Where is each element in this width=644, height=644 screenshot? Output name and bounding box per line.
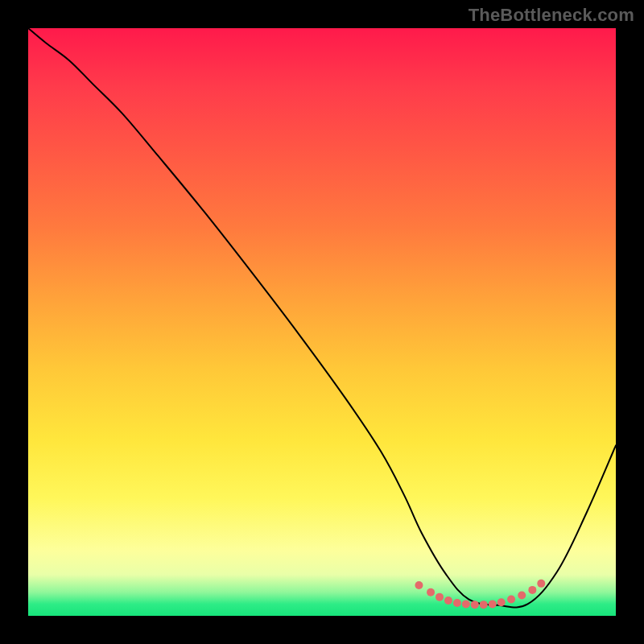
scatter-dot (444, 597, 452, 605)
chart-container: TheBottleneck.com (0, 0, 644, 644)
scatter-dot (507, 596, 515, 604)
curve-path (28, 28, 616, 607)
scatter-dot (427, 588, 435, 597)
scatter-dot (497, 598, 506, 606)
scatter-dot (480, 601, 488, 609)
scatter-dot (462, 600, 470, 608)
scatter-dot (518, 591, 526, 599)
scatter-dot (528, 586, 536, 594)
scatter-dot (537, 580, 545, 588)
plot-area (28, 28, 616, 616)
scatter-dot (436, 593, 444, 601)
scatter-dot (453, 599, 461, 607)
curve-svg (28, 28, 616, 616)
watermark-text: TheBottleneck.com (469, 5, 634, 26)
scatter-dot (489, 600, 497, 608)
scatter-dot (415, 581, 423, 589)
scatter-dot (471, 601, 479, 609)
